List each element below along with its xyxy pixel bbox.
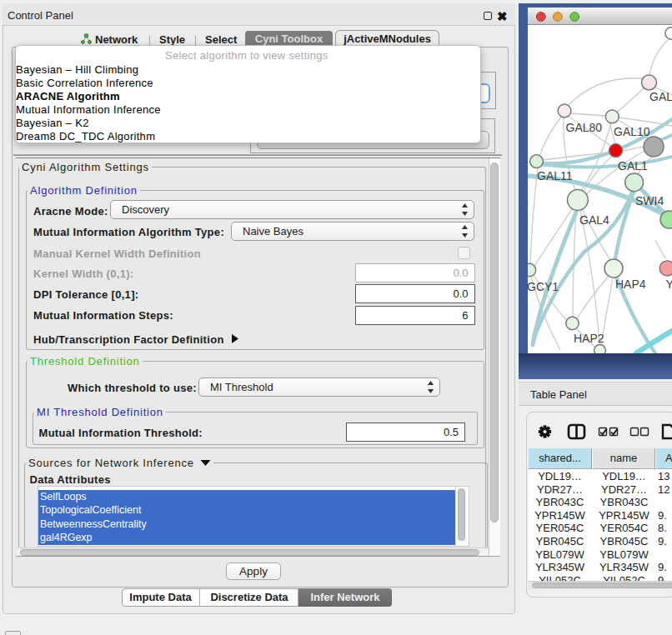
svg-text:GAL8: GAL8 xyxy=(649,90,672,103)
svg-text:GCY1: GCY1 xyxy=(528,280,559,293)
svg-text:Y1: Y1 xyxy=(666,278,672,291)
svg-text:SWI4: SWI4 xyxy=(635,194,664,208)
svg-text:HAP2: HAP2 xyxy=(574,332,604,345)
svg-text:GAL80: GAL80 xyxy=(566,121,603,134)
svg-text:GAL10: GAL10 xyxy=(614,125,650,138)
svg-text:HAP4: HAP4 xyxy=(615,278,646,291)
svg-text:GAL11: GAL11 xyxy=(537,169,573,182)
svg-text:GAL4: GAL4 xyxy=(579,213,609,227)
svg-text:GAL1: GAL1 xyxy=(618,159,648,172)
